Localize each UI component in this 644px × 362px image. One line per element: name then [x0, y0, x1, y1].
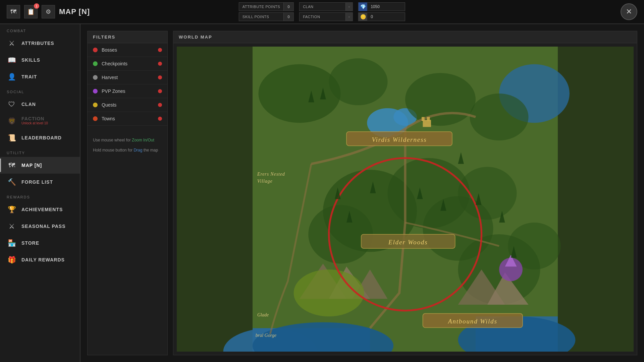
- main-content: COMBAT ⚔ ATTRIBUTES 📖 SKILLS 👤 TRAIT SOC…: [0, 24, 644, 362]
- filter-bosses[interactable]: Bosses: [88, 43, 167, 57]
- clan-icon: 🛡: [7, 99, 17, 109]
- sidebar-seasonal-label: SEASONAL PASS: [21, 224, 66, 229]
- page-title: MAP [N]: [59, 7, 90, 16]
- achievements-icon: 🏆: [7, 204, 17, 215]
- skills-icon: 📖: [7, 55, 17, 65]
- right-area: FILTERS Bosses Checkpoints Harvest: [80, 24, 644, 362]
- leaderboard-icon: 📜: [7, 133, 17, 143]
- svg-point-25: [294, 269, 364, 316]
- sidebar-forge-label: FORGE LIST: [21, 179, 53, 185]
- section-utility-label: UTILITY: [0, 146, 80, 157]
- sidebar-item-faction[interactable]: 🦁 FACTION Unlock at level 10: [0, 113, 80, 129]
- faction-nav-icon: 🦁: [7, 116, 17, 126]
- sidebar-item-leaderboard[interactable]: 📜 LEADERBOARD: [0, 129, 80, 146]
- sidebar-item-attributes[interactable]: ⚔ ATTRIBUTES: [0, 35, 80, 52]
- store-icon: 🏪: [7, 238, 17, 248]
- filter-towns[interactable]: Towns: [88, 112, 167, 126]
- currency-group: 💎 1050 🪙 0: [358, 2, 405, 21]
- svg-text:Virdis Wilderness: Virdis Wilderness: [372, 136, 427, 143]
- skill-points-label: SKILL POINTS: [239, 15, 283, 19]
- svg-point-10: [329, 58, 388, 105]
- sidebar-item-skills[interactable]: 📖 SKILLS: [0, 52, 80, 68]
- section-social-label: SOCIAL: [0, 85, 80, 96]
- quest-icon-btn[interactable]: 📋 1: [24, 5, 38, 18]
- sidebar-leaderboard-label: LEADERBOARD: [21, 135, 62, 140]
- towns-badge: [158, 117, 162, 121]
- faction-text-group: FACTION Unlock at level 10: [21, 116, 48, 125]
- faction-unlock-text: Unlock at level 10: [21, 121, 48, 125]
- sidebar-item-forgelist[interactable]: 🔨 FORGE LIST: [0, 174, 80, 190]
- harvest-badge: [158, 75, 162, 79]
- trait-icon: 👤: [7, 72, 17, 82]
- sidebar-item-achievements[interactable]: 🏆 ACHIEVEMENTS: [0, 201, 80, 218]
- sidebar-item-dailyrewards[interactable]: 🎁 DAILY REWARDS: [0, 251, 80, 268]
- gem-row: 💎 1050: [358, 2, 405, 11]
- daily-icon: 🎁: [7, 255, 17, 265]
- map-nav-icon: 🗺: [7, 160, 17, 170]
- skill-points-row: SKILL POINTS 0: [239, 12, 294, 21]
- svg-point-9: [259, 64, 341, 123]
- sidebar-faction-label: FACTION: [21, 116, 48, 121]
- map-icon-btn[interactable]: 🗺: [7, 5, 20, 18]
- coin-value: 0: [367, 14, 376, 19]
- drag-hint-action: Drag: [133, 148, 142, 153]
- zoom-hint-prefix: Use mouse wheel for: [93, 138, 132, 142]
- quests-label: Quests: [102, 102, 154, 108]
- filters-panel: FILTERS Bosses Checkpoints Harvest: [87, 31, 168, 355]
- pvp-badge: [158, 89, 162, 93]
- pvp-label: PVP Zones: [102, 88, 154, 94]
- zoom-hint: Use mouse wheel for Zoom In/Out: [93, 138, 162, 142]
- pvp-dot: [93, 89, 98, 94]
- section-combat-label: COMBAT: [0, 24, 80, 35]
- svg-rect-32: [422, 117, 425, 121]
- svg-point-17: [458, 167, 517, 220]
- sidebar-item-store[interactable]: 🏪 STORE: [0, 235, 80, 251]
- top-bar-center: ATTRIBUTE POINTS 0 SKILL POINTS 0 CLAN -…: [239, 2, 405, 21]
- panels-row: FILTERS Bosses Checkpoints Harvest: [87, 31, 637, 355]
- faction-btn[interactable]: -: [345, 13, 353, 21]
- harvest-label: Harvest: [102, 75, 154, 80]
- zoom-hint-action: Zoom In/Out: [132, 138, 154, 142]
- attribute-points-label: ATTRIBUTE POINTS: [239, 5, 283, 9]
- filter-harvest[interactable]: Harvest: [88, 71, 167, 84]
- faction-label: FACTION: [300, 15, 345, 19]
- quest-badge: 1: [34, 3, 39, 9]
- map-svg: Virdis Wilderness Elder Woods: [177, 47, 634, 352]
- map-image[interactable]: Virdis Wilderness Elder Woods: [177, 47, 634, 352]
- settings-icon: ⚙: [46, 8, 51, 15]
- filter-checkpoints[interactable]: Checkpoints: [88, 57, 167, 71]
- clan-row: CLAN -: [299, 2, 353, 11]
- close-button[interactable]: ✕: [621, 3, 637, 20]
- svg-text:Elder Woods: Elder Woods: [388, 239, 428, 246]
- sidebar-item-seasonal[interactable]: ⚔ SEASONAL PASS: [0, 218, 80, 235]
- map-icon: 🗺: [10, 8, 16, 15]
- coin-row: 🪙 0: [358, 12, 405, 21]
- bosses-label: Bosses: [102, 47, 154, 53]
- sidebar: COMBAT ⚔ ATTRIBUTES 📖 SKILLS 👤 TRAIT SOC…: [0, 24, 80, 362]
- sidebar-item-trait[interactable]: 👤 TRAIT: [0, 68, 80, 85]
- map-container[interactable]: Virdis Wilderness Elder Woods: [173, 43, 637, 355]
- sidebar-daily-label: DAILY REWARDS: [21, 257, 65, 262]
- checkpoints-dot: [93, 61, 98, 66]
- filter-pvp[interactable]: PVP Zones: [88, 84, 167, 98]
- faction-row: FACTION -: [299, 12, 353, 21]
- sidebar-item-clan[interactable]: 🛡 CLAN: [0, 96, 80, 113]
- clan-btn[interactable]: -: [345, 3, 353, 11]
- sidebar-item-map[interactable]: 🗺 MAP [N]: [0, 157, 80, 174]
- svg-text:Erers Nested: Erers Nested: [257, 172, 285, 177]
- quest-icon: 📋: [27, 8, 35, 15]
- seasonal-icon: ⚔: [7, 221, 17, 231]
- sidebar-attributes-label: ATTRIBUTES: [21, 41, 54, 46]
- bosses-dot: [93, 48, 98, 52]
- drag-hint: Hold mouse button for Drag the map: [93, 148, 162, 153]
- attribute-points-row: ATTRIBUTE POINTS 0: [239, 2, 294, 11]
- clan-faction-group: CLAN - FACTION -: [299, 2, 353, 21]
- svg-rect-33: [427, 117, 430, 121]
- worldmap-header: WORLD MAP: [173, 31, 637, 43]
- stat-group: ATTRIBUTE POINTS 0 SKILL POINTS 0: [239, 2, 294, 21]
- svg-text:bral Gorge: bral Gorge: [256, 333, 276, 338]
- settings-icon-btn[interactable]: ⚙: [42, 5, 55, 18]
- filters-header: FILTERS: [88, 31, 167, 43]
- skill-points-value: 0: [283, 13, 293, 21]
- filter-quests[interactable]: Quests: [88, 98, 167, 112]
